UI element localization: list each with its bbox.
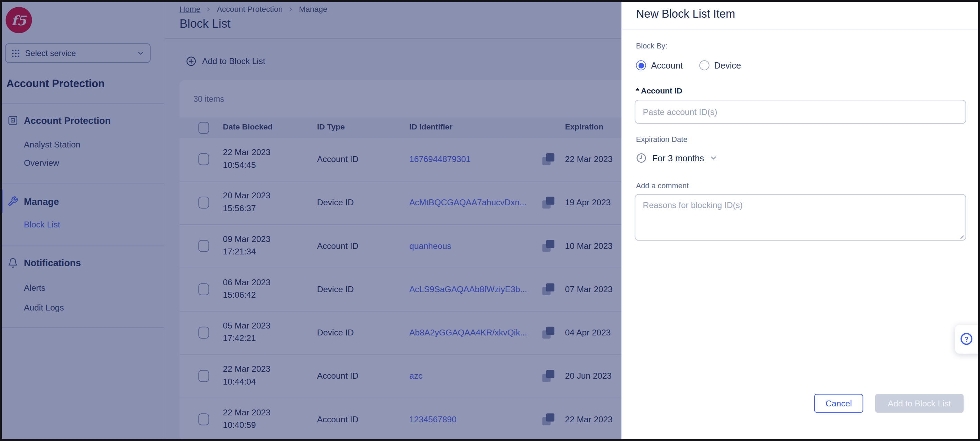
clock-icon [636,153,646,163]
block-by-radio-group: Account Device [636,60,741,70]
question-mark-icon: ? [961,333,972,345]
comment-textarea[interactable] [635,194,966,241]
radio-device[interactable]: Device [699,60,741,70]
radio-device-label: Device [714,60,741,70]
screenshot-root: f5 Select service Account Protection Acc… [0,0,980,441]
modal-dim-overlay [0,0,622,441]
chevron-down-icon [710,154,718,162]
expiration-value: For 3 months [652,153,704,163]
account-id-label: * Account ID [636,86,682,95]
submit-add-to-block-list-button[interactable]: Add to Block List [875,394,964,412]
radio-account-label: Account [651,60,683,70]
cancel-button[interactable]: Cancel [814,394,864,412]
comment-label: Add a comment [636,181,689,190]
account-id-input[interactable] [635,100,966,124]
panel-title: New Block List Item [636,8,735,21]
help-button[interactable]: ? [955,325,980,353]
radio-unselected-icon[interactable] [699,60,709,70]
radio-selected-icon[interactable] [636,60,646,70]
panel-title-divider [622,29,980,29]
new-block-list-item-panel: New Block List Item Block By: Account De… [622,0,980,441]
radio-account[interactable]: Account [636,60,682,70]
expiration-date-label: Expiration Date [636,135,687,144]
app-window: f5 Select service Account Protection Acc… [0,0,980,441]
expiration-date-dropdown[interactable]: For 3 months [636,153,718,163]
block-by-label: Block By: [636,42,667,50]
